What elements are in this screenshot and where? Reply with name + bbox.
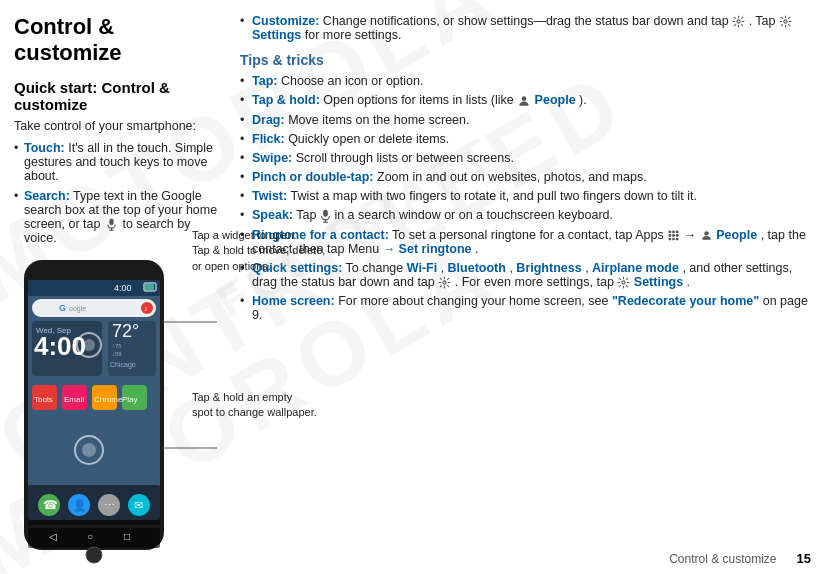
svg-text:Chicago: Chicago — [110, 361, 136, 369]
list-item: Swipe: Scroll through lists or between s… — [240, 151, 811, 165]
tips-list: Tap: Choose an icon or option. Tap & hol… — [240, 74, 811, 322]
svg-point-67 — [622, 281, 625, 284]
svg-point-60 — [672, 234, 675, 237]
svg-point-45 — [83, 339, 95, 351]
term-search: Search: — [24, 189, 70, 203]
text-wifi: Wi-Fi — [407, 261, 437, 275]
svg-point-61 — [676, 234, 679, 237]
text-brightness: Brightness — [516, 261, 581, 275]
tips-title: Tips & tricks — [240, 52, 811, 68]
text-airplane: Airplane mode — [592, 261, 679, 275]
callout-top-text: Tap a widget to open. Tap & hold to move… — [192, 228, 327, 274]
footer-section-label: Control & customize — [669, 552, 776, 566]
text-set-ringtone: → Set ringtone — [383, 242, 472, 256]
svg-rect-0 — [109, 219, 113, 226]
svg-text:⋯: ⋯ — [104, 499, 115, 511]
text-people: People — [535, 93, 576, 107]
text-tap: Choose an icon or option. — [281, 74, 423, 88]
text-swipe: Scroll through lists or between screens. — [296, 151, 514, 165]
svg-text:G: G — [59, 303, 66, 313]
term-tap: Tap: — [252, 74, 277, 88]
callout-line-top — [162, 307, 222, 337]
text-settings-qs: Settings — [634, 275, 683, 289]
list-item: Search: Type text in the Google search b… — [14, 189, 220, 245]
people-icon — [517, 94, 531, 108]
svg-point-52 — [522, 96, 527, 101]
text-tap-hold: Open options for items in lists (like — [323, 93, 517, 107]
svg-text:oogle: oogle — [69, 305, 86, 313]
text-bluetooth: Bluetooth — [448, 261, 506, 275]
text-ringtone-2: → — [684, 228, 700, 242]
svg-text:Play: Play — [122, 395, 138, 404]
text-qs-6: . For even more settings, tap — [455, 275, 618, 289]
term-touch: Touch: — [24, 141, 65, 155]
svg-point-43 — [86, 547, 102, 563]
svg-point-47 — [82, 443, 96, 457]
list-item: Touch: It's all in the touch. Simple ges… — [14, 141, 220, 183]
svg-point-50 — [737, 20, 740, 23]
svg-text:✉: ✉ — [134, 499, 143, 511]
svg-text:4:00: 4:00 — [34, 331, 86, 361]
text-customize: Change notifications, or show settings—d… — [323, 14, 732, 28]
svg-point-65 — [704, 231, 708, 235]
people-icon-ringtone — [700, 229, 713, 242]
svg-text:◁: ◁ — [49, 531, 57, 542]
term-customize: Customize: — [252, 14, 319, 28]
svg-text:☎: ☎ — [43, 498, 58, 512]
apps-grid-icon — [667, 229, 680, 242]
svg-point-57 — [672, 230, 675, 233]
text-customize-3: for more settings. — [305, 28, 402, 42]
svg-rect-8 — [145, 284, 154, 290]
svg-text:Tools: Tools — [34, 395, 53, 404]
svg-text:👤: 👤 — [73, 498, 87, 512]
term-flick: Flick: — [252, 132, 285, 146]
list-item: Tap & hold: Open options for items in li… — [240, 93, 811, 108]
gear-icon-qs — [438, 276, 451, 289]
svg-text:Chrome: Chrome — [94, 395, 123, 404]
left-bullet-list: Touch: It's all in the touch. Simple ges… — [14, 141, 220, 245]
list-item: Tap: Choose an icon or option. — [240, 74, 811, 88]
svg-rect-53 — [323, 209, 328, 216]
text-qs-7: . — [687, 275, 690, 289]
svg-text:4:00: 4:00 — [114, 283, 132, 293]
svg-rect-9 — [32, 299, 156, 317]
text-speak-2: in a search window or on a touchscreen k… — [334, 208, 613, 222]
term-speak: Speak: — [252, 208, 293, 222]
svg-rect-39 — [28, 528, 160, 548]
text-hs-quote: "Redecorate your home" — [612, 294, 759, 308]
term-home-screen: Home screen: — [252, 294, 335, 308]
list-item: Twist: Twist a map with two fingers to r… — [240, 189, 811, 203]
svg-point-66 — [443, 281, 446, 284]
main-title: Control & customize — [14, 14, 220, 67]
right-column: Customize: Change notifications, or show… — [230, 0, 827, 574]
gear-icon-qs2 — [617, 276, 630, 289]
svg-text:♪: ♪ — [144, 305, 148, 312]
callout-line-bottom — [162, 433, 222, 463]
page: MOTOROLA CONTROLLED MOTOROLA FCC DRAFT C… — [0, 0, 827, 574]
svg-text:○: ○ — [87, 531, 93, 542]
list-item: Drag: Move items on the home screen. — [240, 113, 811, 127]
term-twist: Twist: — [252, 189, 287, 203]
phone-illustration: 4:00 G oogle ♪ Wed, Sep 4:00 — [14, 255, 199, 565]
svg-point-51 — [784, 20, 787, 23]
svg-text:↑75: ↑75 — [112, 343, 122, 349]
list-item: Flick: Quickly open or delete items. — [240, 132, 811, 146]
text-hs-1: For more about changing your home screen… — [338, 294, 612, 308]
text-qs-2: , — [441, 261, 448, 275]
customize-bullet: Customize: Change notifications, or show… — [240, 14, 811, 42]
svg-rect-5 — [28, 280, 160, 296]
mic-icon-speak — [320, 209, 331, 223]
list-item: Pinch or double-tap: Zoom in and out on … — [240, 170, 811, 184]
text-speak-1: Tap — [296, 208, 320, 222]
svg-point-62 — [669, 237, 672, 240]
text-tap-hold-2: ). — [579, 93, 587, 107]
phone-area: 4:00 G oogle ♪ Wed, Sep 4:00 — [14, 255, 199, 565]
list-item: Home screen: For more about changing you… — [240, 294, 811, 322]
text-ringtone: To set a personal ringtone for a contact… — [392, 228, 667, 242]
text-pinch: Zoom in and out on websites, photos, and… — [377, 170, 647, 184]
page-footer: Control & customize 15 — [669, 551, 811, 566]
svg-text:↓59: ↓59 — [112, 351, 122, 357]
list-item: Speak: Tap in a search window or on a to… — [240, 208, 811, 223]
text-twist: Twist a map with two fingers to rotate i… — [290, 189, 696, 203]
svg-point-59 — [669, 234, 672, 237]
